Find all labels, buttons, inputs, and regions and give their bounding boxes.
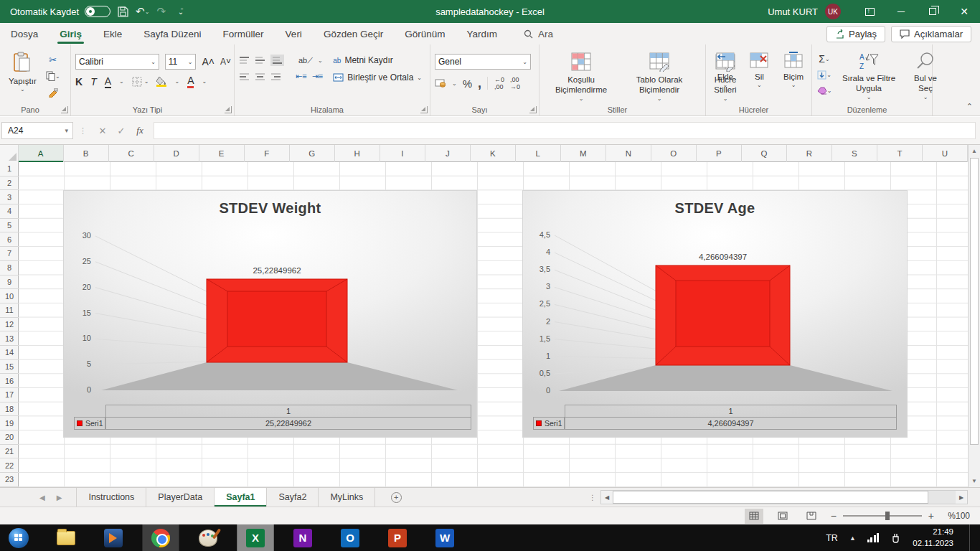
- share-button[interactable]: Paylaş: [826, 26, 885, 42]
- start-button[interactable]: [0, 524, 37, 551]
- taskbar-chrome[interactable]: [142, 524, 179, 551]
- row-header-1[interactable]: 1: [0, 162, 19, 176]
- hidden-icons-icon[interactable]: ▲: [849, 534, 856, 542]
- copy-icon[interactable]: ⌄: [45, 70, 61, 83]
- row-header-4[interactable]: 4: [0, 204, 19, 219]
- taskbar-word[interactable]: W: [426, 524, 463, 551]
- taskbar-file-explorer[interactable]: [47, 524, 85, 551]
- column-header-L[interactable]: L: [516, 145, 561, 162]
- percent-icon[interactable]: %: [463, 77, 472, 90]
- row-header-19[interactable]: 19: [0, 416, 19, 430]
- comma-style-icon[interactable]: ,: [478, 80, 481, 86]
- format-dropdown-icon[interactable]: ⌄: [791, 82, 796, 89]
- redo-icon[interactable]: ↷⌄: [156, 5, 170, 18]
- column-header-T[interactable]: T: [877, 145, 923, 162]
- fill-color-icon[interactable]: [156, 77, 166, 87]
- minimize-button[interactable]: ─: [885, 0, 917, 23]
- autosum-icon[interactable]: Σ⌄: [816, 52, 832, 65]
- sheet-tab-sayfa1[interactable]: Sayfa1: [215, 488, 267, 507]
- zoom-level[interactable]: %100: [944, 511, 970, 521]
- column-header-E[interactable]: E: [199, 145, 245, 162]
- accounting-dropdown-icon[interactable]: ⌄: [452, 80, 457, 87]
- column-header-Q[interactable]: Q: [742, 145, 787, 162]
- fill-color-dropdown-icon[interactable]: ⌄: [174, 78, 179, 85]
- column-header-H[interactable]: H: [335, 145, 380, 162]
- column-header-N[interactable]: N: [606, 145, 651, 162]
- row-header-8[interactable]: 8: [0, 261, 19, 276]
- decrease-decimal-icon[interactable]: ,00→0: [510, 76, 520, 90]
- tab-giriş[interactable]: Giriş: [49, 23, 93, 44]
- page-layout-view-icon[interactable]: [773, 509, 792, 524]
- column-header-O[interactable]: O: [651, 145, 697, 162]
- chart-stdev-age[interactable]: STDEV Age4,543,532,521,510,504,266094397…: [522, 190, 908, 438]
- tab-yardım[interactable]: Yardım: [456, 23, 508, 44]
- tabbar-kebab-icon[interactable]: ⋮: [589, 488, 600, 507]
- search-box[interactable]: Ara: [524, 29, 553, 39]
- user-name[interactable]: Umut KURT: [768, 6, 818, 17]
- row-header-5[interactable]: 5: [0, 219, 19, 233]
- column-header-F[interactable]: F: [245, 145, 290, 162]
- paste-dropdown-icon[interactable]: ⌄: [20, 86, 25, 93]
- format-painter-icon[interactable]: [45, 86, 61, 99]
- align-right-icon[interactable]: [270, 72, 281, 81]
- restore-button[interactable]: [917, 0, 948, 23]
- formula-input[interactable]: [154, 122, 976, 139]
- column-header-B[interactable]: B: [64, 145, 109, 162]
- cut-icon[interactable]: ✂: [45, 53, 61, 66]
- confirm-entry-icon[interactable]: ✓: [112, 126, 131, 136]
- sort-filter-button[interactable]: AZ Sırala ve Filtre Uygula ⌄: [837, 49, 901, 103]
- chart-stdev-weight[interactable]: STDEV Weight30252015105025,22849962125,2…: [63, 190, 477, 438]
- underline-dropdown-icon[interactable]: ⌄: [119, 78, 124, 85]
- delete-dropdown-icon[interactable]: ⌄: [757, 82, 762, 89]
- name-box-dropdown-icon[interactable]: ▾: [65, 127, 72, 134]
- orientation-icon[interactable]: ab⟋: [298, 56, 313, 65]
- conditional-dropdown-icon[interactable]: ⌄: [579, 95, 584, 103]
- bold-button[interactable]: K: [75, 76, 83, 88]
- column-header-S[interactable]: S: [832, 145, 877, 162]
- row-header-12[interactable]: 12: [0, 318, 19, 332]
- collapse-ribbon-icon[interactable]: ⌃: [966, 102, 973, 111]
- increase-indent-icon[interactable]: ⇥≡: [312, 72, 324, 81]
- clipboard-dialog-launcher[interactable]: [61, 106, 68, 113]
- comments-button[interactable]: Açıklamalar: [891, 26, 971, 42]
- row-header-6[interactable]: 6: [0, 232, 19, 247]
- row-header-16[interactable]: 16: [0, 374, 19, 388]
- language-indicator[interactable]: TR: [826, 533, 838, 543]
- borders-icon[interactable]: ⌄: [132, 77, 149, 87]
- row-header-17[interactable]: 17: [0, 388, 19, 402]
- font-color-icon[interactable]: A: [187, 75, 194, 88]
- insert-function-icon[interactable]: fx: [131, 125, 149, 136]
- close-button[interactable]: ✕: [948, 0, 980, 23]
- column-header-G[interactable]: G: [290, 145, 335, 162]
- grid-cells[interactable]: STDEV Weight30252015105025,22849962125,2…: [19, 162, 968, 487]
- decrease-indent-icon[interactable]: ⇤≡: [296, 72, 307, 81]
- vertical-scroll-thumb[interactable]: [970, 158, 979, 445]
- align-center-icon[interactable]: [255, 72, 265, 81]
- paste-button[interactable]: Yapıştır ⌄: [4, 49, 41, 103]
- sort-filter-dropdown-icon[interactable]: ⌄: [867, 94, 872, 101]
- conditional-formatting-button[interactable]: Koşullu Biçimlendirme ⌄: [544, 49, 618, 103]
- align-left-icon[interactable]: [239, 72, 250, 81]
- sheet-tab-playerdata[interactable]: PlayerData: [146, 488, 215, 507]
- orientation-dropdown-icon[interactable]: ⌄: [318, 57, 323, 64]
- customize-qat-icon[interactable]: ⌄̄: [178, 8, 184, 16]
- merge-dropdown-icon[interactable]: ⌄: [417, 75, 422, 81]
- prev-sheet-icon[interactable]: ◀: [39, 494, 45, 501]
- page-break-view-icon[interactable]: [802, 509, 821, 524]
- row-header-3[interactable]: 3: [0, 190, 19, 204]
- row-header-11[interactable]: 11: [0, 303, 19, 318]
- zoom-slider[interactable]: − +: [831, 510, 934, 522]
- clock[interactable]: 21:49 02.11.2023: [913, 527, 953, 549]
- row-header-2[interactable]: 2: [0, 176, 19, 191]
- align-top-icon[interactable]: [239, 56, 250, 65]
- user-avatar[interactable]: UK: [825, 4, 841, 19]
- horizontal-scrollbar[interactable]: ◀ ▶: [600, 490, 968, 504]
- scroll-right-icon[interactable]: ▶: [956, 491, 967, 504]
- row-header-9[interactable]: 9: [0, 276, 19, 290]
- number-dialog-launcher[interactable]: [529, 106, 537, 113]
- column-header-U[interactable]: U: [923, 145, 968, 162]
- taskbar-excel[interactable]: X: [237, 524, 274, 551]
- row-header-14[interactable]: 14: [0, 346, 19, 360]
- insert-dropdown-icon[interactable]: ⌄: [722, 82, 727, 89]
- row-header-20[interactable]: 20: [0, 430, 19, 445]
